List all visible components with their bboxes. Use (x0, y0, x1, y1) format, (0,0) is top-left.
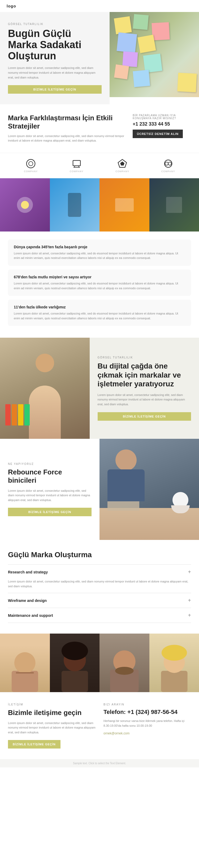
contact-right: BIZI ARAYIN Telefon: +1 (324) 987-56-54 … (104, 703, 191, 748)
brand-content: Marka Farklılaştırması İçin Etkili Strat… (8, 114, 125, 143)
rebounce-text: Lorem ipsum dolor sit amet, consectetur … (8, 489, 91, 503)
logo-label-3: COMPANY (115, 170, 129, 173)
gallery-item-2 (50, 178, 100, 231)
brand-right-label: BİR PAZARLAMA UZMAN IYIA KONUŞMAYA HAZIR… (133, 114, 191, 120)
accordion-body-1: Lorem ipsum dolor sit amet, consectetur … (8, 579, 191, 593)
rebounce-title: Rebounce Force binicileri (8, 468, 91, 485)
accordion-title-3: Maintenance and support (8, 613, 53, 618)
contact-cta-button[interactable]: BİZİMLE İLETİŞİME GEÇİN (8, 740, 61, 748)
accordion-icon-2: + (188, 597, 191, 603)
svg-rect-11 (12, 671, 38, 692)
logo-label-1: COMPANY (24, 170, 38, 173)
svg-point-16 (61, 642, 88, 660)
hero-text: Lorem ipsum dolor sit amet, consectetur … (8, 66, 102, 80)
rebounce-section: NE YAPIYORUZ Rebounce Force binicileri L… (0, 439, 199, 540)
digital-image (0, 338, 90, 439)
stat-item-2: 678'den fazla mutlu müşteri ve sayısı ar… (8, 270, 191, 296)
accordion-icon-1: + (188, 569, 191, 575)
contact-section: İLETİŞİM Bizimle iletişime geçin Lorem i… (0, 692, 199, 759)
gallery-item-4 (149, 178, 199, 231)
svg-point-0 (27, 159, 35, 168)
team-member-1 (0, 633, 50, 692)
hero-image (110, 12, 199, 104)
logo-item-1: COMPANY (24, 158, 38, 173)
stat-title-2: 678'den fazla mutlu müşteri ve sayısı ar… (14, 275, 185, 279)
accordion-item-1: Research and strategy + Lorem ipsum dolo… (8, 564, 191, 593)
rebounce-label: NE YAPIYORUZ (8, 462, 91, 465)
stats-section: Dünya çapında 345'ten fazla başarılı pro… (0, 231, 199, 338)
contact-content: İLETİŞİM Bizimle iletişime geçin Lorem i… (8, 703, 95, 748)
hero-cta-button[interactable]: BİZİMLE İLETİŞİME GEÇİN (8, 85, 102, 94)
svg-point-19 (115, 667, 134, 675)
logo-label-4: COMPANY (161, 170, 175, 173)
digital-content: GÖRSEL TUTARLILIK Bu dijital çağda öne ç… (90, 338, 199, 439)
stat-item-3: 11'den fazla ülkede varlığımız Lorem ips… (8, 300, 191, 326)
gallery-item-1 (0, 178, 50, 231)
svg-rect-13 (16, 672, 34, 674)
gallery (0, 178, 199, 231)
contact-phone: Telefon: +1 (324) 987-56-54 (104, 709, 191, 716)
stat-text-2: Lorem ipsum dolor sit amet, consectetur … (14, 281, 185, 290)
brand-building-title: Güçlü Marka Oluşturma (8, 551, 191, 559)
brand-phone: +1 232 333 44 55 (133, 121, 191, 127)
brand-building-section: Güçlü Marka Oluşturma Research and strat… (0, 540, 199, 633)
accordion-icon-3: + (188, 612, 191, 618)
svg-marker-7 (120, 161, 124, 165)
free-audit-button[interactable]: ÜCRETSİZ DENETİM ALIN (133, 130, 183, 138)
accordion-title-2: Wireframe and design (8, 598, 47, 603)
brand-title: Marka Farklılaştırması İçin Etkili Strat… (8, 114, 125, 130)
accordion-header-3[interactable]: Maintenance and support + (8, 608, 191, 623)
rebounce-image (100, 439, 199, 540)
footer-text: Sample text. Click to select the Text El… (8, 762, 191, 765)
svg-point-1 (29, 161, 33, 166)
rebounce-content: NE YAPIYORUZ Rebounce Force binicileri L… (0, 439, 100, 540)
accordion-header-1[interactable]: Research and strategy + (8, 565, 191, 579)
accordion-header-2[interactable]: Wireframe and design + (8, 593, 191, 608)
rebounce-cta-button[interactable]: BİZİMLE İLETİŞİME GEÇİN (8, 508, 91, 516)
logo-icon-1 (26, 158, 36, 169)
logo-icon-4 (163, 158, 173, 169)
team-member-2 (50, 633, 100, 692)
logo-icon-2 (71, 158, 82, 169)
digital-text: Lorem ipsum dolor sit amet, consectetur … (97, 393, 191, 407)
stat-text-3: Lorem ipsum dolor sit amet, consectetur … (14, 311, 185, 321)
logo-item-3: COMPANY (115, 158, 129, 173)
svg-point-12 (14, 652, 36, 674)
logos-row: COMPANY COMPANY COMPANY (0, 153, 199, 178)
contact-text: Lorem ipsum dolor sit amet, consectetur … (8, 721, 95, 735)
stat-text-1: Lorem ipsum dolor sit amet, consectetur … (14, 251, 185, 260)
contact-desc: Herhangi bir sorunuz varsa bize ildirmek… (104, 719, 191, 728)
accordion-item-2: Wireframe and design + (8, 593, 191, 608)
hero-title: Bugün Güçlü Marka Sadakati Oluşturun (8, 28, 102, 61)
contact-label: İLETİŞİM (8, 703, 95, 706)
contact-right-label: BIZI ARAYIN (104, 703, 191, 706)
hero-label: GÖRSEL TUTARLILIK (8, 23, 102, 26)
svg-rect-2 (73, 160, 80, 166)
brand-text: Lorem ipsum dolor sit amet, consectetur … (8, 134, 125, 143)
accordion-title-1: Research and strategy (8, 570, 48, 574)
digital-section: GÖRSEL TUTARLILIK Bu dijital çağda öne ç… (0, 338, 199, 439)
team-member-3 (100, 633, 149, 692)
digital-cta-button[interactable]: BİZİMLE İLETİŞİME GEÇİN (97, 412, 191, 421)
digital-label: GÖRSEL TUTARLILIK (97, 356, 191, 359)
navbar: logo (0, 0, 199, 12)
svg-point-10 (168, 162, 171, 165)
team-section (0, 633, 199, 692)
team-member-4 (149, 633, 199, 692)
hero-content: GÖRSEL TUTARLILIK Bugün Güçlü Marka Sada… (0, 12, 110, 104)
brand-cta: BİR PAZARLAMA UZMAN IYIA KONUŞMAYA HAZIR… (133, 114, 191, 138)
logo: logo (7, 4, 16, 8)
contact-title: Bizimle iletişime geçin (8, 709, 95, 717)
brand-differentiation-section: Marka Farklılaştırması İçin Etkili Strat… (0, 104, 199, 153)
logo-icon-3 (117, 158, 128, 169)
svg-rect-20 (161, 671, 187, 692)
accordion-item-3: Maintenance and support + (8, 608, 191, 623)
digital-title: Bu dijital çağda öne çıkmak için markala… (97, 362, 191, 389)
svg-rect-14 (61, 671, 88, 692)
hero-section: GÖRSEL TUTARLILIK Bugün Güçlü Marka Sada… (0, 12, 199, 104)
stat-title-1: Dünya çapında 345'ten fazla başarılı pro… (14, 245, 185, 249)
logo-item-4: COMPANY (161, 158, 175, 173)
svg-point-22 (161, 645, 187, 661)
accordion-text-1: Lorem ipsum dolor sit amet, consectetur … (8, 579, 191, 589)
svg-point-9 (165, 162, 168, 165)
